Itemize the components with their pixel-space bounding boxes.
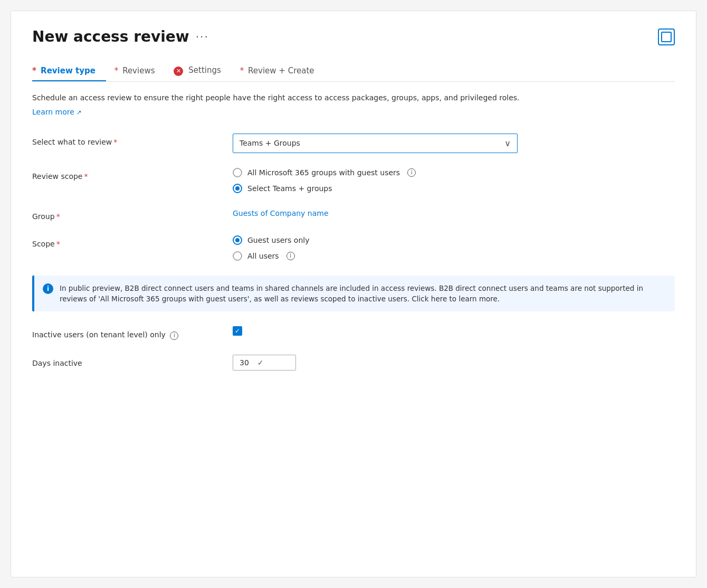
days-value: 30	[240, 358, 249, 367]
capture-icon[interactable]	[658, 29, 675, 45]
tab-asterisk-reviews: *	[114, 66, 119, 75]
radio-label-all-m365: All Microsoft 365 groups with guest user…	[247, 168, 400, 177]
page-header-left: New access review ···	[32, 28, 209, 45]
chevron-down-icon: ∨	[504, 138, 511, 148]
scope-required: *	[56, 240, 60, 248]
info-icon-all-m365[interactable]: i	[407, 168, 416, 177]
scope-row: Scope* Guest users only All users i	[32, 235, 675, 261]
radio-guest-users[interactable]: Guest users only	[233, 235, 675, 245]
select-what-required: *	[113, 138, 117, 146]
select-what-label: Select what to review*	[32, 134, 233, 146]
group-content: Guests of Company name	[233, 208, 675, 218]
tab-settings[interactable]: ✕ Settings	[174, 60, 231, 81]
scope-radio-group: Guest users only All users i	[233, 235, 675, 261]
page-title: New access review	[32, 28, 189, 45]
radio-label-guest-users: Guest users only	[247, 236, 309, 244]
inactive-users-content	[233, 326, 675, 336]
info-banner-icon: i	[43, 283, 53, 294]
days-check-icon: ✓	[257, 358, 264, 367]
page-container: New access review ··· * Review type * Re…	[11, 11, 696, 577]
tab-review-create[interactable]: * Review + Create	[240, 61, 325, 81]
form-section: Select what to review* Teams + Groups ∨ …	[32, 134, 675, 371]
tab-review-type[interactable]: * Review type	[32, 61, 106, 81]
group-label: Group*	[32, 208, 233, 221]
radio-circle-guest-users	[233, 235, 242, 245]
dropdown-value: Teams + Groups	[240, 139, 300, 147]
inactive-users-row: Inactive users (on tenant level) only i	[32, 326, 675, 340]
tab-asterisk-review-create: *	[240, 66, 244, 75]
checkbox-box-inactive	[233, 326, 242, 336]
radio-label-all-users: All users	[247, 252, 279, 260]
radio-select-teams[interactable]: Select Teams + groups	[233, 184, 675, 193]
group-required: *	[56, 212, 60, 221]
inactive-users-label: Inactive users (on tenant level) only i	[32, 326, 233, 340]
tab-settings-label: Settings	[188, 65, 221, 75]
review-scope-label: Review scope*	[32, 168, 233, 181]
days-inactive-content: 30 ✓	[233, 355, 675, 371]
radio-circle-all-m365	[233, 168, 242, 177]
radio-all-users[interactable]: All users i	[233, 251, 675, 261]
learn-more-link[interactable]: Learn more	[32, 108, 82, 116]
radio-all-m365[interactable]: All Microsoft 365 groups with guest user…	[233, 168, 675, 177]
scope-content: Guest users only All users i	[233, 235, 675, 261]
radio-circle-all-users	[233, 251, 242, 261]
tab-asterisk-review-type: *	[32, 66, 36, 75]
radio-label-select-teams: Select Teams + groups	[247, 184, 332, 193]
tab-review-create-label: Review + Create	[248, 66, 314, 75]
info-banner-text: In public preview, B2B direct connect us…	[60, 283, 666, 305]
inactive-users-checkbox[interactable]	[233, 326, 675, 336]
info-banner: i In public preview, B2B direct connect …	[32, 276, 675, 312]
more-options-icon[interactable]: ···	[196, 31, 209, 43]
description-text: Schedule an access review to ensure the …	[32, 92, 675, 103]
page-header: New access review ···	[32, 28, 675, 45]
select-what-content: Teams + Groups ∨	[233, 134, 675, 153]
scope-label: Scope*	[32, 235, 233, 248]
days-inactive-row: Days inactive 30 ✓	[32, 355, 675, 371]
tab-reviews-label: Reviews	[122, 66, 155, 75]
group-link[interactable]: Guests of Company name	[233, 209, 329, 217]
select-what-row: Select what to review* Teams + Groups ∨	[32, 134, 675, 153]
select-what-dropdown[interactable]: Teams + Groups ∨	[233, 134, 518, 153]
days-inactive-label: Days inactive	[32, 355, 233, 367]
review-scope-radio-group: All Microsoft 365 groups with guest user…	[233, 168, 675, 193]
review-scope-row: Review scope* All Microsoft 365 groups w…	[32, 168, 675, 193]
review-scope-content: All Microsoft 365 groups with guest user…	[233, 168, 675, 193]
info-icon-inactive-users[interactable]: i	[170, 331, 178, 340]
radio-circle-select-teams	[233, 184, 242, 193]
tab-reviews[interactable]: * Reviews	[114, 61, 166, 81]
group-row: Group* Guests of Company name	[32, 208, 675, 221]
tabs-nav: * Review type * Reviews ✕ Settings * Rev…	[32, 60, 675, 82]
tab-settings-error-icon: ✕	[174, 67, 183, 76]
tab-review-type-label: Review type	[41, 66, 95, 75]
review-scope-required: *	[84, 172, 88, 181]
info-icon-all-users[interactable]: i	[286, 252, 295, 260]
days-inactive-input[interactable]: 30 ✓	[233, 355, 296, 371]
